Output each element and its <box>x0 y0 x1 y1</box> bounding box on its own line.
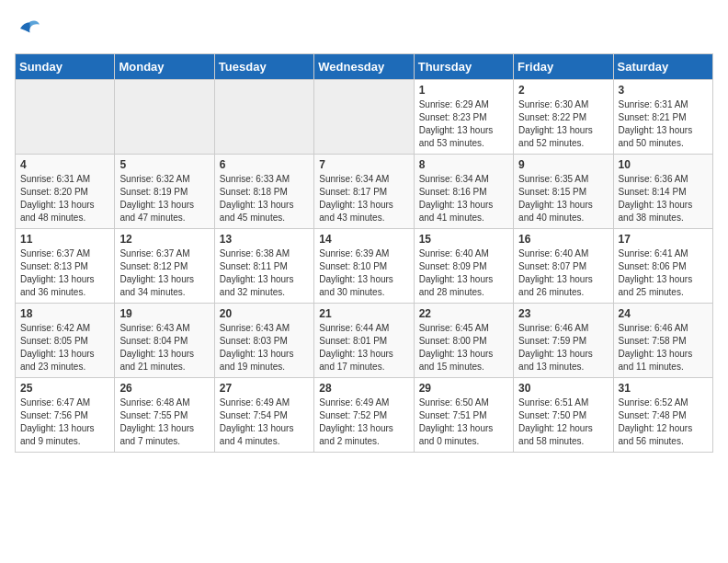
day-number: 25 <box>20 382 109 395</box>
calendar-day: 19Sunrise: 6:43 AMSunset: 8:04 PMDayligh… <box>115 304 214 378</box>
day-number: 17 <box>619 233 708 246</box>
calendar-day: 18Sunrise: 6:42 AMSunset: 8:05 PMDayligh… <box>16 304 115 378</box>
day-info: Sunrise: 6:50 AMSunset: 7:51 PMDaylight:… <box>419 396 508 448</box>
calendar-week-row: 18Sunrise: 6:42 AMSunset: 8:05 PMDayligh… <box>16 304 713 378</box>
day-number: 24 <box>619 307 708 320</box>
calendar-table: SundayMondayTuesdayWednesdayThursdayFrid… <box>15 53 713 453</box>
calendar-day: 22Sunrise: 6:45 AMSunset: 8:00 PMDayligh… <box>414 304 513 378</box>
day-number: 3 <box>619 84 708 97</box>
calendar-day: 1Sunrise: 6:29 AMSunset: 8:23 PMDaylight… <box>414 80 513 155</box>
day-info: Sunrise: 6:43 AMSunset: 8:04 PMDaylight:… <box>119 322 209 373</box>
day-number: 12 <box>119 233 209 246</box>
day-info: Sunrise: 6:49 AMSunset: 7:52 PMDaylight:… <box>319 396 408 448</box>
calendar-day: 26Sunrise: 6:48 AMSunset: 7:55 PMDayligh… <box>115 378 214 453</box>
day-number: 23 <box>518 307 608 320</box>
calendar-day: 14Sunrise: 6:39 AMSunset: 8:10 PMDayligh… <box>314 229 414 304</box>
day-info: Sunrise: 6:46 AMSunset: 7:58 PMDaylight:… <box>619 322 708 373</box>
calendar-day: 20Sunrise: 6:43 AMSunset: 8:03 PMDayligh… <box>214 304 313 378</box>
day-info: Sunrise: 6:48 AMSunset: 7:55 PMDaylight:… <box>119 396 209 448</box>
day-info: Sunrise: 6:49 AMSunset: 7:54 PMDaylight:… <box>220 396 309 448</box>
day-info: Sunrise: 6:34 AMSunset: 8:16 PMDaylight:… <box>419 173 508 224</box>
day-info: Sunrise: 6:38 AMSunset: 8:11 PMDaylight:… <box>220 247 309 299</box>
day-info: Sunrise: 6:44 AMSunset: 8:01 PMDaylight:… <box>319 322 408 373</box>
calendar-day: 21Sunrise: 6:44 AMSunset: 8:01 PMDayligh… <box>314 304 414 378</box>
day-number: 28 <box>319 382 408 395</box>
calendar-day: 10Sunrise: 6:36 AMSunset: 8:14 PMDayligh… <box>613 155 712 229</box>
day-number: 15 <box>419 233 508 246</box>
day-info: Sunrise: 6:47 AMSunset: 7:56 PMDaylight:… <box>20 396 109 448</box>
calendar-day: 3Sunrise: 6:31 AMSunset: 8:21 PMDaylight… <box>613 80 712 155</box>
day-info: Sunrise: 6:52 AMSunset: 7:48 PMDaylight:… <box>619 396 708 448</box>
day-number: 14 <box>319 233 408 246</box>
day-header-monday: Monday <box>115 54 214 80</box>
day-number: 21 <box>319 307 408 320</box>
day-info: Sunrise: 6:36 AMSunset: 8:14 PMDaylight:… <box>619 173 708 224</box>
calendar-day: 9Sunrise: 6:35 AMSunset: 8:15 PMDaylight… <box>514 155 613 229</box>
day-number: 10 <box>619 158 708 171</box>
calendar-day: 27Sunrise: 6:49 AMSunset: 7:54 PMDayligh… <box>214 378 313 453</box>
day-info: Sunrise: 6:40 AMSunset: 8:07 PMDaylight:… <box>518 247 608 299</box>
day-info: Sunrise: 6:45 AMSunset: 8:00 PMDaylight:… <box>419 322 508 373</box>
calendar-day: 31Sunrise: 6:52 AMSunset: 7:48 PMDayligh… <box>613 378 712 453</box>
day-info: Sunrise: 6:31 AMSunset: 8:20 PMDaylight:… <box>20 173 109 224</box>
day-info: Sunrise: 6:35 AMSunset: 8:15 PMDaylight:… <box>518 173 608 224</box>
day-header-wednesday: Wednesday <box>314 54 414 80</box>
calendar-week-row: 11Sunrise: 6:37 AMSunset: 8:13 PMDayligh… <box>16 229 713 304</box>
day-header-friday: Friday <box>514 54 613 80</box>
calendar-day: 12Sunrise: 6:37 AMSunset: 8:12 PMDayligh… <box>115 229 214 304</box>
calendar-day <box>314 80 414 155</box>
day-number: 19 <box>119 307 209 320</box>
day-number: 22 <box>419 307 508 320</box>
calendar-day <box>115 80 214 155</box>
calendar-day: 23Sunrise: 6:46 AMSunset: 7:59 PMDayligh… <box>514 304 613 378</box>
day-number: 16 <box>518 233 608 246</box>
page-header <box>15 15 713 42</box>
day-number: 5 <box>119 158 209 171</box>
calendar-day: 4Sunrise: 6:31 AMSunset: 8:20 PMDaylight… <box>16 155 115 229</box>
day-header-sunday: Sunday <box>16 54 115 80</box>
day-info: Sunrise: 6:51 AMSunset: 7:50 PMDaylight:… <box>518 396 608 448</box>
day-number: 1 <box>419 84 508 97</box>
day-number: 30 <box>518 382 608 395</box>
day-number: 7 <box>319 158 408 171</box>
calendar-day: 13Sunrise: 6:38 AMSunset: 8:11 PMDayligh… <box>214 229 313 304</box>
calendar-day: 6Sunrise: 6:33 AMSunset: 8:18 PMDaylight… <box>214 155 313 229</box>
calendar-day: 16Sunrise: 6:40 AMSunset: 8:07 PMDayligh… <box>514 229 613 304</box>
calendar-header-row: SundayMondayTuesdayWednesdayThursdayFrid… <box>16 54 713 80</box>
day-info: Sunrise: 6:46 AMSunset: 7:59 PMDaylight:… <box>518 322 608 373</box>
calendar-week-row: 1Sunrise: 6:29 AMSunset: 8:23 PMDaylight… <box>16 80 713 155</box>
day-number: 26 <box>119 382 209 395</box>
day-info: Sunrise: 6:39 AMSunset: 8:10 PMDaylight:… <box>319 247 408 299</box>
day-number: 27 <box>220 382 309 395</box>
calendar-day: 30Sunrise: 6:51 AMSunset: 7:50 PMDayligh… <box>514 378 613 453</box>
day-info: Sunrise: 6:37 AMSunset: 8:12 PMDaylight:… <box>119 247 209 299</box>
calendar-day: 8Sunrise: 6:34 AMSunset: 8:16 PMDaylight… <box>414 155 513 229</box>
calendar-day: 2Sunrise: 6:30 AMSunset: 8:22 PMDaylight… <box>514 80 613 155</box>
day-info: Sunrise: 6:41 AMSunset: 8:06 PMDaylight:… <box>619 247 708 299</box>
day-number: 29 <box>419 382 508 395</box>
day-info: Sunrise: 6:42 AMSunset: 8:05 PMDaylight:… <box>20 322 109 373</box>
day-header-saturday: Saturday <box>613 54 712 80</box>
day-info: Sunrise: 6:29 AMSunset: 8:23 PMDaylight:… <box>419 98 508 150</box>
day-info: Sunrise: 6:37 AMSunset: 8:13 PMDaylight:… <box>20 247 109 299</box>
calendar-week-row: 25Sunrise: 6:47 AMSunset: 7:56 PMDayligh… <box>16 378 713 453</box>
calendar-day <box>214 80 313 155</box>
day-number: 9 <box>518 158 608 171</box>
logo <box>15 15 46 42</box>
day-number: 20 <box>220 307 309 320</box>
day-info: Sunrise: 6:32 AMSunset: 8:19 PMDaylight:… <box>119 173 209 224</box>
day-number: 11 <box>20 233 109 246</box>
calendar-day: 11Sunrise: 6:37 AMSunset: 8:13 PMDayligh… <box>16 229 115 304</box>
calendar-day: 28Sunrise: 6:49 AMSunset: 7:52 PMDayligh… <box>314 378 414 453</box>
day-header-tuesday: Tuesday <box>214 54 313 80</box>
day-info: Sunrise: 6:34 AMSunset: 8:17 PMDaylight:… <box>319 173 408 224</box>
day-header-thursday: Thursday <box>414 54 513 80</box>
calendar-day: 29Sunrise: 6:50 AMSunset: 7:51 PMDayligh… <box>414 378 513 453</box>
day-info: Sunrise: 6:43 AMSunset: 8:03 PMDaylight:… <box>220 322 309 373</box>
calendar-day: 15Sunrise: 6:40 AMSunset: 8:09 PMDayligh… <box>414 229 513 304</box>
day-number: 8 <box>419 158 508 171</box>
calendar-week-row: 4Sunrise: 6:31 AMSunset: 8:20 PMDaylight… <box>16 155 713 229</box>
day-number: 2 <box>518 84 608 97</box>
calendar-day: 17Sunrise: 6:41 AMSunset: 8:06 PMDayligh… <box>613 229 712 304</box>
calendar-day: 24Sunrise: 6:46 AMSunset: 7:58 PMDayligh… <box>613 304 712 378</box>
